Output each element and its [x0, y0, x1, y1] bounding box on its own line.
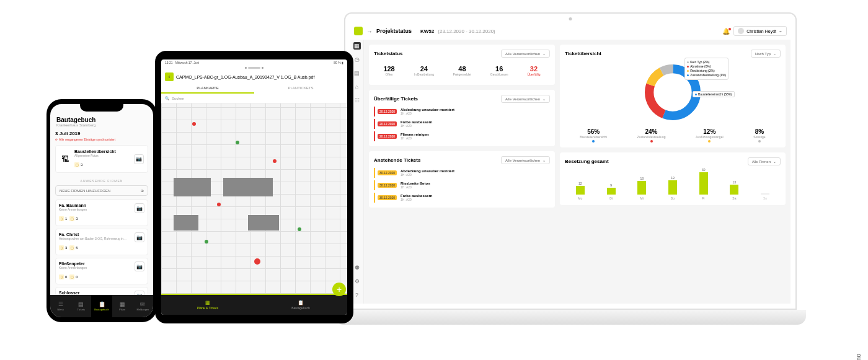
date-range: (23.12.2020 - 30.12.2020) [438, 29, 495, 34]
sidebar-help-icon[interactable]: ? [353, 291, 361, 299]
bar-chart: 12Mo9Di18Mi19Do30Fr13SaSo [565, 169, 781, 200]
bell-icon[interactable]: 🔔 [722, 28, 730, 35]
fab-add-button[interactable]: + [332, 283, 346, 296]
bar-item: 18Mi [637, 177, 646, 200]
stat-item: 16Geschlossen [490, 65, 508, 76]
overview-card[interactable]: 🏗 Baustellenübersicht Allgemeine Fotos ▢… [55, 145, 148, 173]
donut-chart: Kein Typ (2%)Abnahme (0%)Restleistung (2… [642, 61, 704, 123]
firm-row[interactable]: Fa. ChristHeizungsrohre am Boden 3.OG, R… [55, 229, 148, 255]
crane-icon: 🏗 [60, 154, 71, 165]
tablet-handle [161, 66, 347, 70]
firm-row[interactable]: FließenpeterKeine Anmerkungen▯0▢0📷 [55, 258, 148, 284]
pct-item: 8%Sonstige [753, 128, 765, 143]
app-logo[interactable] [354, 27, 363, 35]
sidebar-building-icon[interactable]: ⌂ [353, 83, 361, 90]
tab-plankarte[interactable]: PLANKARTE [161, 84, 254, 94]
user-menu[interactable]: Christian Heydt ⌄ [733, 26, 787, 36]
tab-plantickets[interactable]: PLANTICKETS [254, 84, 347, 94]
ticket-row[interactable]: 20.12.2020Farbe ausbessern1H: A20 [374, 119, 550, 129]
card-title: Ticketübersicht [565, 51, 601, 56]
card-title: Anstehende Tickets [374, 157, 420, 163]
sidebar-doc-icon[interactable]: ▤ [353, 69, 361, 77]
nav-icon: 📋 [99, 301, 105, 307]
map-pin[interactable] [217, 203, 221, 206]
file-name: CAPMO_LPS-ABC-gr_1.OG-Ausbau_A_20190427_… [176, 75, 314, 79]
file-header: ‹ CAPMO_LPS-ABC-gr_1.OG-Ausbau_A_2019042… [161, 70, 347, 84]
filter-select[interactable]: Alle Firmen⌄ [748, 157, 781, 165]
firm-row[interactable]: SchlosserKeine Anmerkungen▯0▢0📷 [55, 287, 148, 295]
nav-icon: ▦ [120, 301, 125, 307]
floor-plan[interactable] [161, 103, 347, 294]
nav-arrow-icon[interactable]: → [366, 28, 373, 35]
filter-select[interactable]: Alle Verantwortlichen⌄ [501, 156, 550, 164]
camera-icon[interactable]: 📷 [135, 232, 144, 242]
sidebar-gear-icon[interactable]: ⚙ [353, 278, 361, 285]
back-arrow-icon[interactable]: ‹ [165, 72, 174, 81]
nav-diary[interactable]: 📋Bautagebuch [254, 295, 347, 315]
camera-icon[interactable]: 📷 [135, 203, 144, 213]
map-pin[interactable] [298, 227, 301, 231]
nav-item[interactable]: ▦Pläne [112, 295, 133, 317]
avatar-icon [738, 28, 744, 34]
map-pin[interactable] [254, 258, 260, 265]
chart-callout: Baustelleneinsicht (58%) [693, 91, 735, 97]
ticket-row[interactable]: 30.12.2020Abdeckung unsauber montiert1H:… [374, 168, 550, 178]
ticket-row[interactable]: 20.12.2020Fliesen reinigen1H: A20 [374, 131, 550, 141]
bar-item: 30Fr [699, 168, 708, 200]
sidebar-calendar-icon[interactable]: ☷ [353, 97, 361, 104]
staffing-card: Besetzung gesamt Alle Firmen⌄ 12Mo9Di18M… [560, 152, 786, 205]
map-pin[interactable] [236, 141, 239, 144]
camera-icon[interactable]: 📷 [134, 154, 144, 164]
nav-item[interactable]: ☰Menü [50, 295, 71, 317]
search-bar[interactable]: 🔍 Suchen [161, 94, 347, 103]
chevron-down-icon: ⌄ [542, 158, 546, 162]
nav-item[interactable]: ▤Tickets [71, 295, 91, 317]
filter-select[interactable]: Alle Verantwortlichen⌄ [501, 50, 550, 58]
card-title: Besetzung gesamt [565, 159, 609, 164]
sync-icon: ⟳ [55, 138, 58, 141]
tablet-tabs: PLANKARTE PLANTICKETS [161, 84, 347, 94]
page-subtitle: Krankenhaus Starnberg [56, 123, 147, 127]
sidebar-users-icon[interactable]: ⚉ [353, 264, 361, 271]
overview-card: Ticketübersicht Nach Typ⌄ Kein [560, 45, 786, 147]
nav-plans[interactable]: ▦Pläne & Tickets [161, 295, 254, 315]
page-title: Bautagebuch [56, 116, 147, 123]
map-pin[interactable] [192, 122, 196, 126]
page-title: Projektstatus [376, 28, 412, 34]
laptop-base [335, 310, 806, 325]
filter-select[interactable]: Nach Typ⌄ [751, 50, 781, 58]
camera-icon[interactable]: 📷 [135, 261, 144, 271]
search-icon: 🔍 [165, 96, 169, 100]
chart-legend: Kein Typ (2%)Abnahme (0%)Restleistung (2… [684, 58, 728, 80]
overdue-card: Überfällige Tickets Alle Verantwortliche… [369, 90, 555, 146]
bar-item: 9Di [607, 183, 616, 200]
sidebar-clock-icon[interactable]: ◷ [353, 56, 361, 63]
photo-count-icon: ▢ [74, 162, 79, 167]
dashboard-main: Ticketstatus Alle Verantwortlichen⌄ 128O… [364, 40, 790, 304]
bar-item: 13Sa [730, 180, 738, 200]
pct-item: 12%Ausführungsmangel [696, 128, 723, 143]
ticket-row[interactable]: 30.12.2020Rissbreite Beton1H: A20 [374, 180, 550, 190]
phone-notch [80, 104, 123, 112]
map-pin[interactable] [205, 240, 208, 244]
ticket-row[interactable]: 20.12.2020Abdeckung unsauber montiert1H:… [374, 107, 550, 116]
firm-row[interactable]: Fa. BaumannKeine Anmerkungen▯1▢3📷 [55, 200, 148, 226]
sync-status: ⟳Alle vergangenen Einträge synchronisier… [55, 138, 148, 141]
user-name: Christian Heydt [746, 29, 776, 33]
ticket-row[interactable]: 30.12.2020Farbe ausbessern1H: A20 [374, 193, 550, 203]
nav-icon: ▤ [78, 301, 84, 307]
filter-select[interactable]: Alle Verantwortlichen⌄ [501, 95, 550, 103]
nav-item[interactable]: ✉Meldungen [133, 295, 153, 317]
camera-icon[interactable]: 📷 [135, 291, 144, 295]
sidebar-dashboard-icon[interactable]: ▦ [353, 42, 361, 50]
nav-item[interactable]: 📋Bautagebuch [91, 295, 112, 317]
pct-item: 24%Zustandsfeststellung [637, 128, 666, 143]
add-firm-button[interactable]: NEUE FIRMEN HINZUFÜGEN ⊕ [55, 185, 148, 196]
date-heading: 3 Juli 2019 [55, 131, 148, 136]
nav-icon: ☰ [58, 301, 63, 307]
image-credit: © Capmo [855, 354, 862, 360]
chevron-down-icon: ⌄ [773, 51, 776, 56]
map-pin[interactable] [273, 159, 277, 163]
stat-item: 24In Bearbeitung [414, 65, 435, 76]
phone-nav: ☰Menü▤Tickets📋Bautagebuch▦Pläne✉Meldunge… [50, 295, 153, 317]
